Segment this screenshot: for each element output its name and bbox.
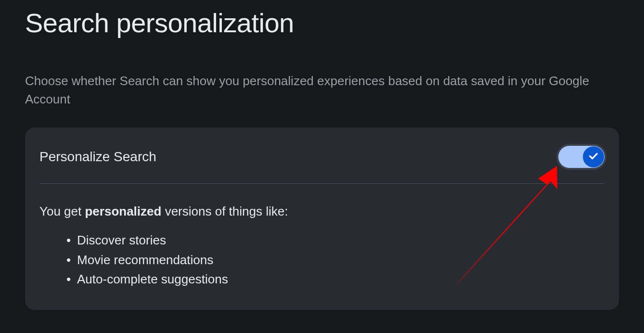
card-title: Personalize Search <box>39 149 156 165</box>
card-body: You get personalized versions of things … <box>39 184 605 289</box>
card-header: Personalize Search <box>39 146 605 184</box>
list-item: Auto-complete suggestions <box>66 269 605 289</box>
page-description: Choose whether Search can show you perso… <box>25 72 603 108</box>
body-prefix: You get <box>39 204 85 218</box>
body-bold: personalized <box>85 204 161 218</box>
list-item: Discover stories <box>66 231 605 250</box>
page-title: Search personalization <box>25 7 619 38</box>
checkmark-icon <box>588 151 599 163</box>
personalize-search-card: Personalize Search You get personalized … <box>25 128 619 310</box>
toggle-knob <box>583 146 604 167</box>
feature-list: Discover stories Movie recommendations A… <box>39 231 605 289</box>
personalized-intro-text: You get personalized versions of things … <box>39 204 605 219</box>
personalize-search-toggle[interactable] <box>558 146 605 168</box>
list-item: Movie recommendations <box>66 250 605 269</box>
body-suffix: versions of things like: <box>161 204 288 218</box>
